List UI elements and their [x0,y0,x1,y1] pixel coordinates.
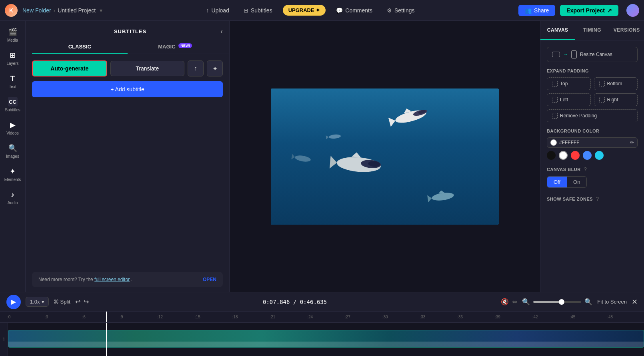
color-input-box[interactable]: #FFFFFF ✏ [547,137,638,148]
zoom-in-button[interactable]: 🔍 [584,298,592,306]
tab-classic[interactable]: CLASSIC [32,40,128,54]
open-button[interactable]: OPEN [203,277,216,282]
auto-generate-button[interactable]: Auto-generate [32,60,107,76]
ruler-mark: :24 [306,315,344,319]
remove-padding-label: Remove Padding [560,113,597,119]
edit-color-icon[interactable]: ✏ [630,140,634,145]
expand-right-button[interactable]: Right [594,93,638,106]
undo-button[interactable]: ↩ [75,298,80,306]
upload-button[interactable]: ↑ Upload [202,5,233,16]
ruler-mark: :3 [44,315,82,319]
sidebar-label-videos: Videos [6,131,18,135]
add-subtitle-button[interactable]: + Add subtitle [32,81,223,97]
resize-from-icon [552,52,560,57]
expand-padding-label: EXPAND PADDING [547,68,638,73]
sidebar-label-images: Images [6,154,19,159]
avatar[interactable] [626,4,639,17]
blur-on-button[interactable]: On [567,177,586,187]
sidebar-item-videos[interactable]: ▶ Videos [2,117,24,139]
sidebar-label-audio: Audio [8,201,18,205]
share-button[interactable]: 👥 Share [518,5,555,16]
upload-subtitle-button[interactable]: ↑ [188,60,204,76]
upgrade-label: UPGRADE ✦ [288,7,320,13]
sidebar-item-audio[interactable]: ♪ Audio [2,187,24,208]
sidebar-item-images[interactable]: 🔍 Images [2,140,24,162]
ruler-mark: :27 [344,315,382,319]
ruler-mark: :9 [119,315,156,319]
magic-subtitle-button[interactable]: ✦ [207,60,223,76]
need-more-room-text: Need more room? Try the full screen edit… [38,277,132,282]
fit-screen-button[interactable]: Fit to Screen [597,299,627,305]
expand-right-icon [599,97,605,103]
sidebar-item-media[interactable]: 🎬 Media [2,24,24,46]
layers-icon: ⊞ [8,50,18,60]
expand-left-button[interactable]: Left [547,93,591,106]
ruler-mark: :45 [569,315,606,319]
sidebar-label-layers: Layers [6,61,18,66]
ruler-mark: :0 [6,315,44,319]
comments-button[interactable]: 💬 Comments [332,5,376,16]
upload-label: Upload [212,7,229,14]
tab-timing[interactable]: TIMING [575,21,609,40]
blur-off-button[interactable]: Off [547,177,567,187]
sidebar-item-text[interactable]: T Text [2,70,24,92]
color-preset-blue[interactable] [583,151,592,160]
upgrade-button[interactable]: UPGRADE ✦ [283,5,326,16]
safe-zones-label: SHOW SAFE ZONES [547,197,593,201]
translate-button[interactable]: Translate [110,61,185,76]
remove-padding-button[interactable]: Remove Padding [547,109,638,122]
canvas-blur-help-icon[interactable]: ? [584,166,587,172]
undo-redo-group: ↩ ↪ [75,298,89,306]
upload-subtitle-icon: ↑ [194,65,197,72]
sidebar-item-layers[interactable]: ⊞ Layers [2,47,24,69]
breadcrumb-folder[interactable]: New Folder [22,7,51,14]
subtitles-button[interactable]: ⊟ Subtitles [240,5,276,16]
settings-button[interactable]: ⚙ Settings [383,5,419,16]
zoom-slider[interactable] [533,301,581,303]
split-button[interactable]: ⌘ Split [54,299,70,305]
speed-label: 1.0x [30,299,40,305]
sidebar-item-elements[interactable]: ✦ Elements [2,163,24,185]
elements-icon: ✦ [8,167,18,176]
play-button[interactable]: ▶ [6,295,21,309]
color-preset-red[interactable] [571,151,580,160]
subtitles-panel-header: SUBTITLES ‹ [26,21,229,36]
split-label: Split [60,299,70,305]
resize-canvas-button[interactable]: → Resize Canvas [547,47,638,62]
chevron-down-icon[interactable]: ▾ [100,7,102,14]
timeline-ruler: :0:3:6:9:12:15:18:21:24:27:30:33:36:39:4… [0,312,644,323]
speed-chevron-icon: ▾ [42,299,44,305]
sidebar-item-subtitles[interactable]: CC Subtitles [2,94,24,115]
subtitles-tabs: CLASSIC MAGIC NEW! [26,36,229,54]
track-waveform [8,342,644,347]
tab-canvas[interactable]: CANVAS [540,21,575,40]
safe-zones-help-icon[interactable]: ? [596,196,599,202]
expand-bottom-button[interactable]: Bottom [594,77,638,90]
resize-to-icon [571,50,577,58]
speed-button[interactable]: 1.0x ▾ [26,297,49,307]
breadcrumb-sep: › [54,7,56,14]
right-panel: CANVAS TIMING VERSIONS → Resize Canvas E… [540,21,644,292]
color-preset-black[interactable] [547,151,556,160]
settings-label: Settings [394,7,415,14]
video-preview [271,88,499,225]
ruler-mark: :12 [156,315,194,319]
redo-button[interactable]: ↪ [84,298,89,306]
close-timeline-button[interactable]: ✕ [632,298,638,306]
expand-top-button[interactable]: Top [547,77,591,90]
color-preset-teal[interactable] [595,151,604,160]
track-strip[interactable] [8,330,644,348]
upload-icon: ↑ [206,7,209,14]
export-button[interactable]: Export Project ↗ [560,5,618,16]
subtitles-close-button[interactable]: ‹ [220,27,223,36]
blur-toggle-group: Off On [547,176,587,188]
expand-bottom-label: Bottom [607,81,622,86]
tab-versions[interactable]: VERSIONS [610,21,644,40]
color-preset-white[interactable] [559,151,568,160]
zoom-out-button[interactable]: 🔍 [522,298,530,306]
app-logo: K [5,4,18,17]
sidebar-label-media: Media [7,38,18,42]
tab-magic[interactable]: MAGIC NEW! [128,40,223,54]
full-screen-editor-link[interactable]: full screen editor [94,277,130,282]
export-icon: ↗ [607,7,612,14]
